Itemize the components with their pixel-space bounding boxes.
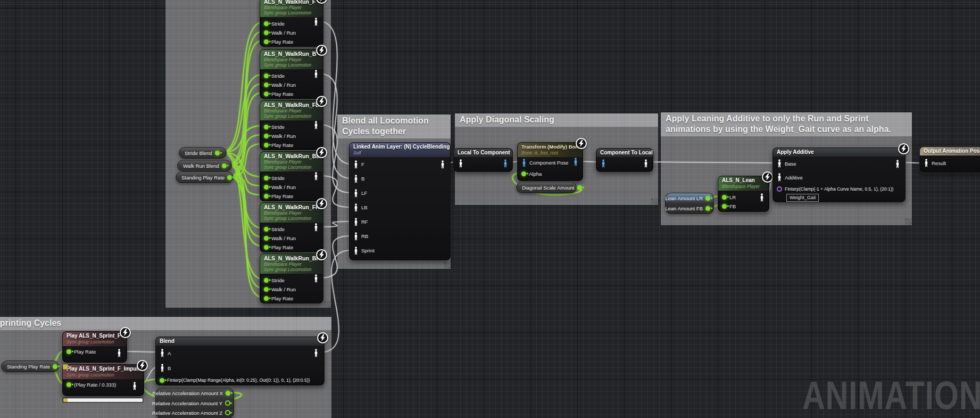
value-pin-icon[interactable] xyxy=(264,73,269,78)
pin-row[interactable]: LF xyxy=(350,186,450,200)
pin-row[interactable]: Play Rate xyxy=(260,89,323,99)
pin-row[interactable]: F xyxy=(350,157,450,171)
node-walkrun-fl[interactable]: ALS_N_WalkRun_FL Blendspace Player Sync … xyxy=(260,100,323,150)
animgraph-canvas[interactable]: Blend all Locomotion Cycles together App… xyxy=(0,0,980,418)
pose-input-pin[interactable] xyxy=(160,349,165,357)
pin-row[interactable]: Play Rate xyxy=(260,192,323,201)
value-pin-icon[interactable] xyxy=(264,83,269,87)
value-pin-icon[interactable] xyxy=(225,400,230,406)
pose-output-pin[interactable] xyxy=(440,160,445,169)
value-pin-icon[interactable] xyxy=(215,151,220,155)
pin-row[interactable]: Sprint xyxy=(350,243,450,258)
pill-walk-run-blend[interactable]: Walk Run Blend xyxy=(177,160,232,171)
pose-output-pin[interactable] xyxy=(313,70,319,78)
comment-title[interactable]: Sprinting Cycles xyxy=(0,317,331,330)
pose-input-pin[interactable] xyxy=(601,159,606,168)
pose-output-pin[interactable] xyxy=(573,158,578,166)
pose-input-pin[interactable] xyxy=(353,160,359,169)
node-walkrun-f[interactable]: ALS_N_WalkRun_F Blendspace Player Sync g… xyxy=(260,0,323,47)
pose-input-pin[interactable] xyxy=(353,203,359,212)
node-walkrun-bl[interactable]: ALS_N_WalkRun_BL Blendspace Player Sync … xyxy=(260,151,323,201)
pin-row[interactable]: Walk / Run xyxy=(260,234,323,243)
alpha-value-row[interactable]: Weight_Gait xyxy=(773,194,905,202)
pose-output-pin[interactable] xyxy=(759,193,765,202)
pose-output-pin[interactable] xyxy=(313,223,319,232)
value-pin-icon[interactable] xyxy=(67,349,71,354)
value-pin-icon[interactable] xyxy=(227,175,232,180)
pin-row[interactable]: Result xyxy=(920,155,980,170)
pill-rel-accel-y[interactable]: Relative Acceleration Amount Y xyxy=(156,398,234,408)
value-pin-icon[interactable] xyxy=(264,21,269,26)
pose-input-pin[interactable] xyxy=(353,189,359,198)
pin-row[interactable]: Walk / Run xyxy=(260,183,323,192)
value-pin-icon[interactable] xyxy=(264,296,269,301)
pill-group-relative-acceleration[interactable]: Relative Acceleration Amount X Relative … xyxy=(155,388,234,418)
value-pin-icon[interactable] xyxy=(264,176,269,181)
comment-resize-handle[interactable] xyxy=(905,218,911,225)
pin-row[interactable]: Alpha xyxy=(518,168,583,179)
node-blend[interactable]: Blend A B FInterp(Clamp(Map Range(Alpha,… xyxy=(155,337,325,386)
value-pin-icon[interactable] xyxy=(521,171,526,176)
pill-lean-amount-lr[interactable]: Lean Amount LR xyxy=(666,193,713,203)
node-walkrun-br[interactable]: ALS_N_WalkRun_BR Blendspace Player Sync … xyxy=(260,253,323,304)
node-apply-additive[interactable]: Apply Additive Base Additive FInterp(Cla… xyxy=(773,147,906,202)
node-linked-anim-layer[interactable]: Linked Anim Layer: (N) CycleBlending Sel… xyxy=(349,142,451,260)
pose-output-pin[interactable] xyxy=(313,18,319,26)
pin-row[interactable]: Walk / Run xyxy=(260,285,323,294)
pill-rel-accel-x[interactable]: Relative Acceleration Amount X xyxy=(156,388,234,398)
pose-input-pin[interactable] xyxy=(777,173,782,182)
pill-stride-blend[interactable]: Stride Blend xyxy=(179,147,227,159)
pose-input-pin[interactable] xyxy=(521,159,527,167)
value-pin-icon[interactable] xyxy=(264,30,269,35)
pin-row[interactable]: Play Rate xyxy=(260,37,323,46)
node-transform-modify-bone[interactable]: Transform (Modify) Bone Bone: ik_foot_ro… xyxy=(517,142,583,181)
value-pin-icon[interactable] xyxy=(705,206,710,211)
node-als-n-lean[interactable]: ALS_N_Lean Blendspace Player LR FB xyxy=(718,176,769,212)
value-pin-icon[interactable] xyxy=(264,245,269,250)
alpha-curve-name-field[interactable]: Weight_Gait xyxy=(786,194,819,202)
pin-row[interactable]: FB xyxy=(718,202,769,211)
pose-output-pin[interactable] xyxy=(643,159,649,168)
comment-resize-handle[interactable] xyxy=(651,198,658,204)
pose-output-pin[interactable] xyxy=(117,349,122,357)
value-pin-icon[interactable] xyxy=(264,227,269,232)
pose-input-pin[interactable] xyxy=(353,232,359,241)
pin-row[interactable]: Additive xyxy=(773,170,905,184)
node-local-to-component[interactable]: Local To Component xyxy=(453,148,513,172)
pose-input-pin[interactable] xyxy=(353,247,359,255)
value-pin-icon[interactable] xyxy=(226,391,230,396)
pose-output-pin[interactable] xyxy=(313,349,319,357)
value-pin-icon[interactable] xyxy=(67,382,71,387)
value-pin-icon[interactable] xyxy=(264,134,269,138)
pin-row[interactable]: A xyxy=(156,346,324,360)
pose-input-pin[interactable] xyxy=(458,159,463,168)
comment-resize-handle[interactable] xyxy=(324,301,330,307)
value-pin-icon[interactable] xyxy=(264,278,269,283)
pose-output-pin[interactable] xyxy=(313,172,319,181)
pin-row[interactable]: FInterp(Clamp(Map Range(Alpha, in(0: 0.2… xyxy=(156,375,324,385)
alpha-curve-pin-icon[interactable] xyxy=(777,186,782,192)
node-play-sprint-f[interactable]: Play ALS_N_Sprint_F Sync group Locomotio… xyxy=(62,331,127,363)
pill-standing-play-rate-sprint[interactable]: Standing Play Rate xyxy=(1,360,59,372)
value-pin-icon[interactable] xyxy=(264,287,269,292)
pin-row[interactable]: Walk / Run xyxy=(260,80,323,89)
pin-row[interactable]: Walk / Run xyxy=(260,28,323,37)
value-pin-icon[interactable] xyxy=(264,39,269,44)
pin-row[interactable]: FInterp(Clamp(-1 + Alpha Curve Name, 0.5… xyxy=(773,184,905,194)
comment-title[interactable]: Apply Diagonal Scaling xyxy=(455,113,658,127)
value-pin-icon[interactable] xyxy=(53,364,57,369)
value-pin-icon[interactable] xyxy=(222,163,227,168)
pill-rel-accel-z[interactable]: Relative Acceleration Amount Z xyxy=(156,408,234,417)
pose-output-pin[interactable] xyxy=(313,121,319,129)
pin-row[interactable]: B xyxy=(156,360,324,375)
pill-diagonal-scale-amount[interactable]: Diagonal Scale Amount xyxy=(516,182,577,193)
node-output-animation-pose[interactable]: Output Animation Pose Result xyxy=(919,146,980,173)
value-pin-icon[interactable] xyxy=(264,125,269,129)
pose-input-pin[interactable] xyxy=(160,364,165,372)
value-pin-icon[interactable] xyxy=(577,185,582,190)
pin-row[interactable]: Play Rate xyxy=(260,141,323,150)
pose-input-pin[interactable] xyxy=(924,159,929,167)
comment-resize-handle[interactable] xyxy=(444,262,450,268)
pose-input-pin[interactable] xyxy=(353,175,359,183)
value-pin-icon[interactable] xyxy=(722,204,727,209)
